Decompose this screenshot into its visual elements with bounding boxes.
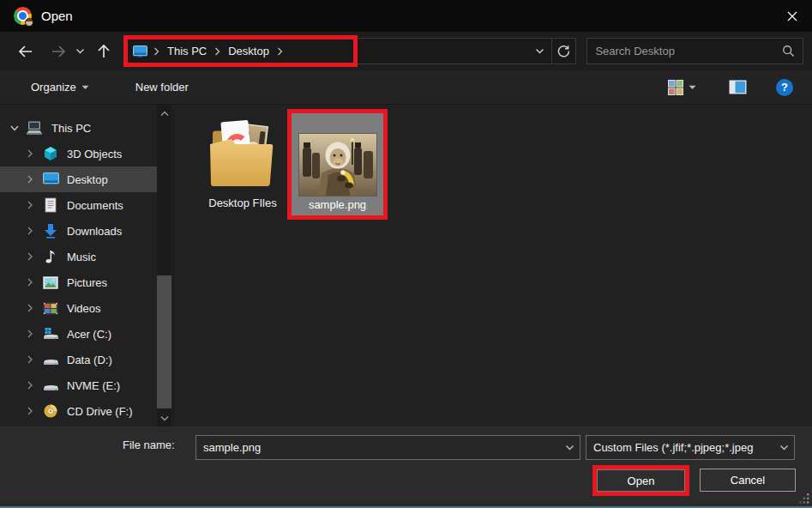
new-folder-button[interactable]: New folder (130, 77, 194, 97)
sidebar-item-label: 3D Objects (67, 148, 122, 160)
address-bar[interactable]: This PC Desktop (125, 38, 576, 64)
search-input[interactable] (595, 45, 782, 57)
sidebar-item-cd-drive-f[interactable]: CD Drive (F:) (0, 398, 158, 424)
organize-button[interactable]: Organize (26, 77, 94, 97)
file-name-combo[interactable] (195, 435, 580, 460)
file-tile-desktop-files[interactable]: Desktop FIles (195, 115, 291, 209)
sidebar-item-label: Desktop (67, 173, 108, 186)
new-folder-label: New folder (135, 81, 189, 94)
title-bar: Open (0, 0, 812, 32)
drive-icon (42, 353, 59, 366)
sidebar-item-label: CD Drive (F:) (67, 405, 133, 418)
desktop-location-icon (133, 45, 147, 57)
file-tile-sample-png[interactable]: sample.png (287, 109, 388, 220)
up-arrow-icon (96, 43, 111, 60)
music-note-icon (42, 249, 59, 264)
sidebar-item-label: Documents (67, 199, 123, 212)
forward-button[interactable] (45, 39, 72, 64)
breadcrumb: This PC Desktop (126, 43, 283, 59)
sidebar-item-documents[interactable]: Documents (0, 192, 158, 218)
address-bar-controls (528, 39, 575, 64)
download-arrow-icon (42, 223, 59, 239)
forward-arrow-icon (50, 44, 67, 59)
cube-icon (42, 146, 59, 161)
preview-pane-icon (729, 80, 747, 94)
scroll-up-button[interactable] (157, 106, 171, 120)
recent-locations-button[interactable] (72, 39, 87, 64)
chevron-down-icon[interactable] (773, 444, 794, 451)
folder-icon (208, 115, 277, 190)
chevron-right-icon[interactable] (24, 354, 36, 365)
change-view-button[interactable] (663, 76, 701, 99)
file-type-value: Custom Files (*.jfif;*.pjpeg;*.jpeg (586, 441, 773, 454)
address-dropdown-button[interactable] (528, 39, 551, 64)
sidebar-item-label: Music (67, 251, 96, 263)
sidebar-item-desktop[interactable]: Desktop (0, 166, 158, 192)
sidebar-item-acer-c[interactable]: Acer (C:) (0, 321, 158, 347)
cd-icon (42, 403, 59, 419)
help-glyph: ? (781, 81, 788, 94)
chevron-right-icon[interactable] (24, 329, 36, 339)
back-arrow-icon (17, 44, 34, 59)
chevron-right-icon[interactable] (24, 148, 36, 159)
open-file-dialog: Open (0, 0, 812, 508)
file-name-label: sample.png (309, 198, 366, 211)
document-icon (42, 197, 59, 213)
chevron-right-icon[interactable] (24, 251, 36, 262)
caret-down-icon (689, 85, 696, 90)
sidebar-item-this-pc[interactable]: This PC (0, 115, 158, 141)
breadcrumb-item-this-pc[interactable]: This PC (165, 43, 208, 59)
dialog-footer: File name: Custom Files (*.jfif;*.pjpeg;… (0, 426, 812, 508)
monitor-icon (42, 172, 59, 186)
chevron-right-icon[interactable] (24, 277, 36, 287)
navigation-pane: This PC 3D Objects (0, 105, 174, 426)
resize-grip[interactable] (799, 493, 809, 504)
preview-pane-button[interactable] (724, 76, 752, 98)
chevron-right-icon[interactable] (24, 200, 36, 210)
scroll-down-button[interactable] (157, 411, 171, 425)
cancel-button[interactable]: Cancel (700, 469, 796, 492)
toolbar-right-group: ? (663, 76, 793, 99)
command-toolbar: Organize New folder (0, 70, 812, 104)
navigation-bar: This PC Desktop (0, 32, 812, 70)
sidebar-item-downloads[interactable]: Downloads (0, 218, 158, 244)
sidebar-item-pictures[interactable]: Pictures (0, 269, 158, 295)
close-icon (786, 10, 798, 22)
chevron-right-icon[interactable] (24, 226, 36, 236)
sidebar-scrollbar[interactable] (157, 105, 171, 426)
organize-label: Organize (31, 81, 76, 94)
refresh-button[interactable] (552, 39, 575, 64)
sidebar-item-nvme-e[interactable]: NVME (E:) (0, 372, 158, 398)
sidebar-item-3d-objects[interactable]: 3D Objects (0, 141, 158, 166)
chrome-icon (14, 7, 32, 25)
file-type-combo[interactable]: Custom Files (*.jfif;*.pjpeg;*.jpeg (586, 435, 795, 460)
refresh-icon (557, 45, 570, 57)
chevron-right-icon[interactable] (24, 406, 36, 416)
sidebar-item-data-d[interactable]: Data (D:) (0, 347, 158, 372)
file-name-field-label: File name: (123, 438, 175, 451)
sidebar-item-label: Acer (C:) (67, 328, 111, 341)
dialog-content: This PC 3D Objects (0, 104, 812, 426)
open-button[interactable]: Open (597, 469, 685, 492)
sidebar-item-music[interactable]: Music (0, 244, 158, 269)
cancel-button-label: Cancel (731, 474, 765, 487)
caret-down-icon (81, 85, 89, 90)
file-name-input[interactable] (196, 441, 559, 454)
chevron-down-icon (75, 48, 85, 55)
help-button[interactable]: ? (776, 79, 793, 96)
breadcrumb-chevron-icon (277, 47, 283, 56)
back-button[interactable] (12, 39, 39, 64)
chevron-down-icon[interactable] (559, 444, 580, 451)
chevron-right-icon[interactable] (24, 303, 36, 313)
scrollbar-thumb[interactable] (157, 275, 171, 408)
close-button[interactable] (773, 0, 812, 32)
search-box[interactable] (586, 38, 803, 64)
chevron-up-icon (160, 111, 169, 117)
breadcrumb-item-desktop[interactable]: Desktop (226, 43, 271, 59)
chevron-right-icon[interactable] (24, 380, 36, 390)
sidebar-item-label: Videos (67, 302, 101, 315)
chevron-down-icon[interactable] (9, 124, 21, 132)
chevron-right-icon[interactable] (24, 174, 36, 184)
up-button[interactable] (91, 39, 117, 64)
sidebar-item-videos[interactable]: Videos (0, 295, 158, 321)
